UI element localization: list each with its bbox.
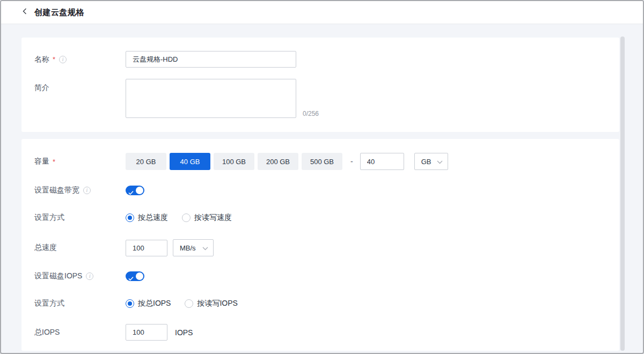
total-iops-row: 总IOPS IOPS	[34, 324, 619, 341]
radio-total-iops-label: 按总IOPS	[138, 299, 171, 308]
iops-mode-row: 设置方式 按总IOPS 按读写IOPS	[34, 299, 619, 308]
radio-total-iops[interactable]: 按总IOPS	[126, 299, 171, 308]
capacity-label-text: 容量	[34, 157, 49, 166]
name-label-text: 名称	[34, 55, 49, 64]
bandwidth-toggle-label: 设置磁盘带宽	[34, 186, 126, 195]
total-iops-label-text: 总IOPS	[34, 328, 60, 337]
range-separator: -	[350, 157, 353, 166]
create-disk-spec-page: 创建云盘规格 名称* 简介 0/256 容量* 20 GB	[0, 0, 644, 354]
toggle-knob	[136, 187, 143, 194]
chevron-left-icon	[21, 8, 28, 17]
iops-mode-label-text: 设置方式	[34, 299, 64, 308]
spec-card: 容量* 20 GB 40 GB 100 GB 200 GB 500 GB - G…	[21, 139, 619, 351]
total-speed-row: 总速度 MB/s	[34, 239, 619, 256]
capacity-unit-value: GB	[421, 158, 431, 166]
bandwidth-toggle-label-text: 设置磁盘带宽	[34, 186, 79, 195]
total-iops-input[interactable]	[126, 324, 167, 341]
capacity-option-500gb[interactable]: 500 GB	[302, 153, 342, 170]
description-label: 简介	[34, 79, 126, 93]
check-icon	[128, 274, 134, 283]
radio-readwrite-speed[interactable]: 按读写速度	[182, 213, 232, 223]
chevron-down-icon	[202, 243, 208, 253]
radio-total-speed-label: 按总速度	[138, 213, 168, 223]
total-speed-label-text: 总速度	[34, 243, 57, 253]
bandwidth-toggle-row: 设置磁盘带宽	[34, 186, 619, 195]
radio-unchecked-icon	[182, 213, 191, 222]
capacity-option-100gb[interactable]: 100 GB	[214, 153, 254, 170]
check-icon	[128, 188, 134, 197]
radio-unchecked-icon	[185, 299, 193, 308]
name-row: 名称*	[34, 51, 619, 68]
bandwidth-mode-label-text: 设置方式	[34, 213, 64, 223]
capacity-option-40gb[interactable]: 40 GB	[170, 153, 210, 170]
bandwidth-toggle[interactable]	[126, 186, 144, 195]
toggle-knob	[136, 272, 143, 280]
back-button[interactable]	[21, 8, 28, 17]
radio-readwrite-iops-label: 按读写IOPS	[197, 299, 237, 308]
required-asterisk: *	[53, 55, 55, 63]
info-icon[interactable]	[86, 272, 93, 280]
radio-readwrite-speed-label: 按读写速度	[194, 213, 232, 223]
radio-checked-icon	[126, 299, 134, 308]
capacity-label: 容量*	[34, 157, 126, 166]
bandwidth-mode-label: 设置方式	[34, 213, 126, 223]
info-icon[interactable]	[83, 187, 91, 194]
iops-unit-text: IOPS	[175, 328, 193, 337]
iops-toggle[interactable]	[126, 271, 144, 281]
capacity-button-group: 20 GB 40 GB 100 GB 200 GB 500 GB - GB	[126, 153, 448, 170]
description-label-text: 简介	[34, 83, 49, 93]
radio-total-speed[interactable]: 按总速度	[126, 213, 168, 223]
iops-toggle-row: 设置磁盘IOPS	[34, 271, 619, 281]
speed-unit-value: MB/s	[180, 244, 196, 252]
capacity-option-20gb[interactable]: 20 GB	[126, 153, 166, 170]
total-speed-input[interactable]	[126, 240, 167, 256]
capacity-unit-select[interactable]: GB	[414, 153, 448, 170]
bandwidth-mode-row: 设置方式 按总速度 按读写速度	[34, 213, 619, 223]
total-iops-label: 总IOPS	[34, 328, 126, 337]
iops-toggle-label-text: 设置磁盘IOPS	[34, 271, 82, 281]
page-header: 创建云盘规格	[1, 1, 643, 24]
speed-unit-select[interactable]: MB/s	[173, 239, 214, 256]
required-asterisk: *	[53, 158, 55, 166]
total-speed-label: 总速度	[34, 243, 126, 253]
description-textarea-wrap: 0/256	[126, 79, 296, 118]
chevron-down-icon	[437, 157, 443, 166]
page-title: 创建云盘规格	[34, 8, 84, 18]
description-row: 简介 0/256	[34, 79, 619, 118]
vertical-scrollbar[interactable]	[620, 36, 625, 351]
radio-readwrite-iops[interactable]: 按读写IOPS	[185, 299, 237, 308]
iops-toggle-label: 设置磁盘IOPS	[34, 271, 126, 281]
char-counter: 0/256	[303, 110, 319, 117]
name-input[interactable]	[126, 51, 296, 68]
bandwidth-mode-radio-group: 按总速度 按读写速度	[126, 213, 232, 223]
capacity-custom-input[interactable]	[360, 153, 404, 170]
capacity-row: 容量* 20 GB 40 GB 100 GB 200 GB 500 GB - G…	[34, 153, 619, 170]
radio-checked-icon	[126, 213, 134, 222]
iops-mode-label: 设置方式	[34, 299, 126, 308]
basic-info-card: 名称* 简介 0/256	[21, 38, 619, 132]
iops-mode-radio-group: 按总IOPS 按读写IOPS	[126, 299, 238, 308]
capacity-option-200gb[interactable]: 200 GB	[258, 153, 298, 170]
description-textarea[interactable]	[126, 79, 296, 118]
info-icon[interactable]	[59, 56, 67, 63]
name-label: 名称*	[34, 55, 126, 64]
